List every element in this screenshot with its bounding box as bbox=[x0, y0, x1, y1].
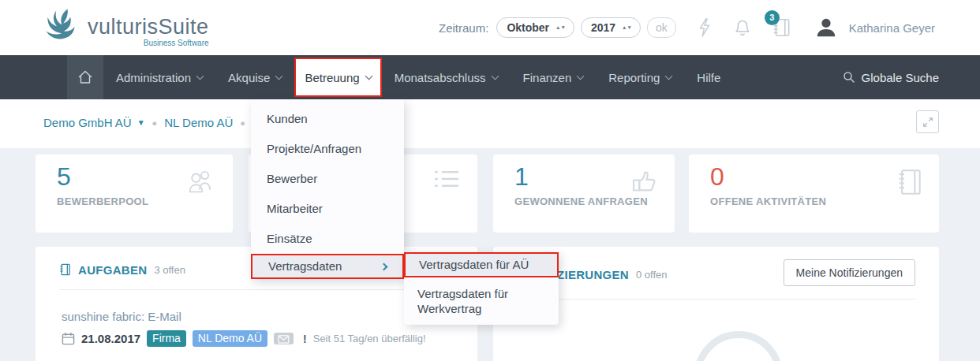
vertragsdaten-submenu: Vertragsdaten für AÜ Vertragsdaten für W… bbox=[404, 252, 559, 325]
stepper-arrows-icon: ▲▼ bbox=[622, 25, 632, 31]
breadcrumb-separator: ● bbox=[240, 118, 245, 128]
aufgaben-title: AUFGABEN bbox=[78, 263, 147, 277]
thumbs-up-icon bbox=[629, 167, 659, 195]
user-avatar bbox=[814, 16, 838, 39]
notifizierungen-count: 0 offen bbox=[636, 269, 668, 281]
menu-item-bewerber[interactable]: Bewerber bbox=[251, 164, 404, 194]
nl-demo-badge: NL Demo AÜ bbox=[193, 330, 267, 347]
breadcrumb-caret-icon[interactable]: ▼ bbox=[137, 118, 145, 127]
aufgaben-count: 3 offen bbox=[154, 264, 185, 276]
task-title[interactable]: sunshine fabric: E-Mail bbox=[62, 310, 454, 323]
nav-item-monatsabschluss[interactable]: Monatsabschluss bbox=[382, 55, 511, 99]
empty-state-graphic bbox=[694, 331, 783, 361]
nav-item-label: Finanzen bbox=[523, 71, 572, 84]
user-name: Katharina Geyer bbox=[849, 21, 935, 35]
stat-card-gewonnene-anfragen[interactable]: 1 GEWONNENE ANFRAGEN bbox=[493, 154, 675, 233]
nav-item-akquise[interactable]: Akquise bbox=[215, 55, 294, 99]
home-icon bbox=[77, 69, 93, 85]
overdue-bang: ! bbox=[303, 333, 307, 345]
global-search-label: Globale Suche bbox=[862, 71, 939, 84]
ok-button[interactable]: ok bbox=[647, 17, 676, 38]
chevron-down-icon bbox=[365, 72, 372, 80]
global-search[interactable]: Globale Suche bbox=[843, 55, 939, 99]
nav-item-label: Reporting bbox=[608, 71, 660, 84]
logo-tagline: Business Software bbox=[144, 39, 209, 47]
notebook-icon bbox=[896, 167, 923, 197]
nav-item-label: Betreuung bbox=[305, 71, 359, 84]
email-badge bbox=[274, 333, 294, 344]
journal-book-icon[interactable]: 3 bbox=[772, 17, 792, 39]
stat-card-bewerberpool[interactable]: 5 BEWERBERPOOL bbox=[36, 154, 233, 233]
stat-label: BEWERBERPOOL bbox=[57, 195, 148, 207]
notifications-bell-icon[interactable] bbox=[734, 18, 751, 37]
stat-card-offene-aktivitaeten[interactable]: 0 OFFENE AKTIVITÄTEN bbox=[689, 154, 939, 233]
submenu-item-vertragsdaten-fuer-aue[interactable]: Vertragsdaten für AÜ bbox=[404, 252, 559, 277]
nav-item-label: Akquise bbox=[228, 71, 270, 84]
chevron-down-icon bbox=[665, 72, 673, 80]
menu-item-mitarbeiter[interactable]: Mitarbeiter bbox=[251, 194, 404, 224]
expand-button[interactable] bbox=[916, 110, 939, 133]
month-select-value: Oktober bbox=[507, 21, 549, 34]
menu-item-kunden[interactable]: Kunden bbox=[251, 104, 404, 134]
submenu-item-vertragsdaten-fuer-werkvertrag[interactable]: Vertragsdaten für Werkvertrag bbox=[404, 277, 559, 318]
chevron-down-icon bbox=[196, 72, 204, 80]
divider bbox=[59, 289, 454, 290]
calendar-icon bbox=[62, 332, 75, 345]
month-select[interactable]: Oktober ▲▼ bbox=[496, 17, 574, 38]
chevron-right-icon bbox=[380, 262, 388, 270]
nav-item-betreuung[interactable]: Betreuung bbox=[294, 58, 381, 97]
stat-value: 1 bbox=[514, 162, 529, 192]
stat-label: OFFENE AKTIVITÄTEN bbox=[710, 195, 826, 207]
nav-item-hilfe[interactable]: Hilfe bbox=[684, 55, 733, 99]
menu-item-einsaetze[interactable]: Einsätze bbox=[251, 224, 404, 254]
chevron-down-icon bbox=[491, 72, 499, 80]
betreuung-dropdown-menu: Kunden Projekte/Anfragen Bewerber Mitarb… bbox=[251, 99, 404, 279]
nav-item-reporting[interactable]: Reporting bbox=[596, 55, 684, 99]
year-select[interactable]: 2017 ▲▼ bbox=[581, 17, 641, 38]
home-button[interactable] bbox=[67, 55, 103, 99]
menu-item-projekte-anfragen[interactable]: Projekte/Anfragen bbox=[251, 134, 404, 164]
main-navbar: Administration Akquise Betreuung Monatsa… bbox=[0, 55, 980, 99]
stat-label: GEWONNENE ANFRAGEN bbox=[514, 195, 648, 207]
year-select-value: 2017 bbox=[591, 21, 615, 34]
app-header: vulturisSuite Business Software Zeitraum… bbox=[0, 0, 980, 55]
chevron-down-icon bbox=[577, 72, 585, 80]
nav-item-label: Hilfe bbox=[697, 71, 720, 84]
overdue-text: Seit 51 Tag/en überfällig! bbox=[313, 333, 426, 344]
logo-name: vulturisSuite bbox=[88, 15, 209, 39]
tasks-notebook-icon bbox=[59, 262, 71, 277]
stepper-arrows-icon: ▲▼ bbox=[555, 25, 566, 31]
logo-swan-icon bbox=[43, 7, 86, 48]
stat-value: 5 bbox=[57, 162, 71, 192]
breadcrumb-company[interactable]: Demo GmbH AÜ bbox=[43, 116, 132, 129]
meine-notifizierungen-button[interactable]: Meine Notifizierungen bbox=[784, 259, 915, 286]
menu-item-label: Vertragsdaten bbox=[268, 255, 342, 277]
breadcrumb-row: Demo GmbH AÜ ▼ ● NL Demo AÜ ● Dashboard bbox=[0, 99, 980, 148]
firma-badge: Firma bbox=[147, 330, 186, 347]
people-icon bbox=[185, 167, 217, 194]
expand-icon bbox=[922, 117, 933, 128]
nav-item-administration[interactable]: Administration bbox=[103, 55, 215, 99]
zeitraum-label: Zeitraum: bbox=[439, 21, 488, 35]
notifizierungen-panel: NOTIFIZIERUNGEN 0 offen Meine Notifizier… bbox=[493, 247, 939, 361]
list-icon bbox=[432, 167, 462, 191]
app-logo[interactable]: vulturisSuite Business Software bbox=[43, 7, 209, 48]
stat-value: 0 bbox=[710, 162, 724, 192]
breadcrumb-separator: ● bbox=[152, 118, 158, 128]
chevron-down-icon bbox=[275, 72, 283, 80]
breadcrumb-branch[interactable]: NL Demo AÜ bbox=[164, 116, 233, 129]
nav-item-label: Administration bbox=[116, 71, 191, 84]
task-meta: 21.08.2017 Firma NL Demo AÜ ! Seit 51 Ta… bbox=[62, 330, 454, 347]
menu-item-vertragsdaten[interactable]: Vertragsdaten bbox=[251, 254, 404, 279]
user-menu[interactable]: Katharina Geyer bbox=[814, 16, 935, 39]
nav-item-finanzen[interactable]: Finanzen bbox=[511, 55, 597, 99]
search-icon bbox=[843, 71, 855, 84]
divider bbox=[517, 299, 915, 300]
journal-count-badge: 3 bbox=[765, 10, 780, 25]
activity-bolt-icon[interactable] bbox=[697, 18, 713, 37]
nav-item-label: Monatsabschluss bbox=[395, 71, 486, 84]
task-date: 21.08.2017 bbox=[81, 332, 140, 345]
